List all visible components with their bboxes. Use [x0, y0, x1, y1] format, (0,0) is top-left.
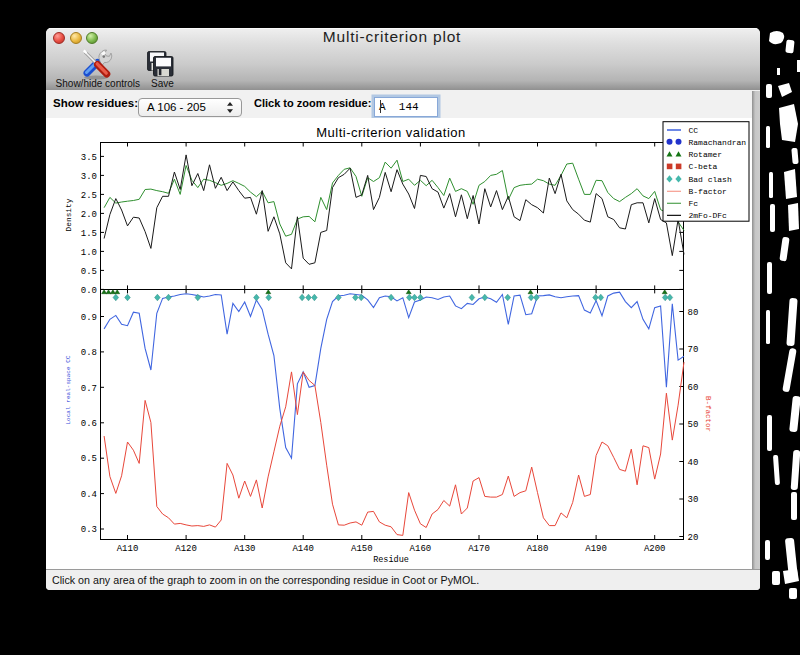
svg-text:2.5: 2.5 [81, 191, 97, 201]
svg-text:20: 20 [688, 533, 699, 543]
svg-text:A140: A140 [292, 544, 314, 554]
svg-text:Residue: Residue [373, 555, 409, 565]
svg-text:0.9: 0.9 [81, 313, 97, 323]
svg-text:0.0: 0.0 [81, 286, 97, 296]
svg-text:A200: A200 [644, 544, 666, 554]
svg-text:0.4: 0.4 [81, 490, 97, 500]
svg-text:1.5: 1.5 [81, 229, 97, 239]
svg-text:Local real-space CC: Local real-space CC [65, 355, 72, 424]
svg-text:A150: A150 [351, 544, 373, 554]
svg-text:Multi-criterion validation: Multi-criterion validation [316, 125, 466, 140]
svg-text:B-factor: B-factor [689, 187, 728, 196]
svg-text:60: 60 [688, 383, 699, 393]
svg-text:0.5: 0.5 [81, 454, 97, 464]
svg-text:B-factor: B-factor [704, 396, 712, 432]
svg-text:A180: A180 [527, 544, 549, 554]
svg-text:2.0: 2.0 [81, 210, 97, 220]
svg-text:2mFo-DFc: 2mFo-DFc [689, 211, 728, 220]
svg-text:30: 30 [688, 495, 699, 505]
svg-text:A130: A130 [234, 544, 256, 554]
svg-text:A110: A110 [117, 544, 139, 554]
svg-text:Ramachandran: Ramachandran [689, 138, 747, 147]
svg-text:Rotamer: Rotamer [689, 150, 723, 159]
svg-text:0.6: 0.6 [81, 419, 97, 429]
svg-text:80: 80 [688, 308, 699, 318]
svg-text:3.0: 3.0 [81, 172, 97, 182]
svg-text:Bad clash: Bad clash [689, 175, 732, 184]
svg-text:A170: A170 [468, 544, 490, 554]
svg-text:CC: CC [689, 126, 699, 135]
svg-text:40: 40 [688, 458, 699, 468]
svg-text:A120: A120 [175, 544, 197, 554]
svg-text:50: 50 [688, 420, 699, 430]
svg-text:70: 70 [688, 345, 699, 355]
svg-text:1.0: 1.0 [81, 248, 97, 258]
svg-text:0.8: 0.8 [81, 348, 97, 358]
svg-text:0.7: 0.7 [81, 384, 97, 394]
svg-text:0.5: 0.5 [81, 267, 97, 277]
svg-text:0.3: 0.3 [81, 525, 97, 535]
svg-text:Density: Density [65, 198, 73, 231]
svg-text:A160: A160 [410, 544, 432, 554]
svg-text:C-beta: C-beta [689, 162, 718, 171]
svg-text:A190: A190 [585, 544, 607, 554]
svg-text:3.5: 3.5 [81, 153, 97, 163]
svg-text:Fc: Fc [689, 199, 699, 208]
